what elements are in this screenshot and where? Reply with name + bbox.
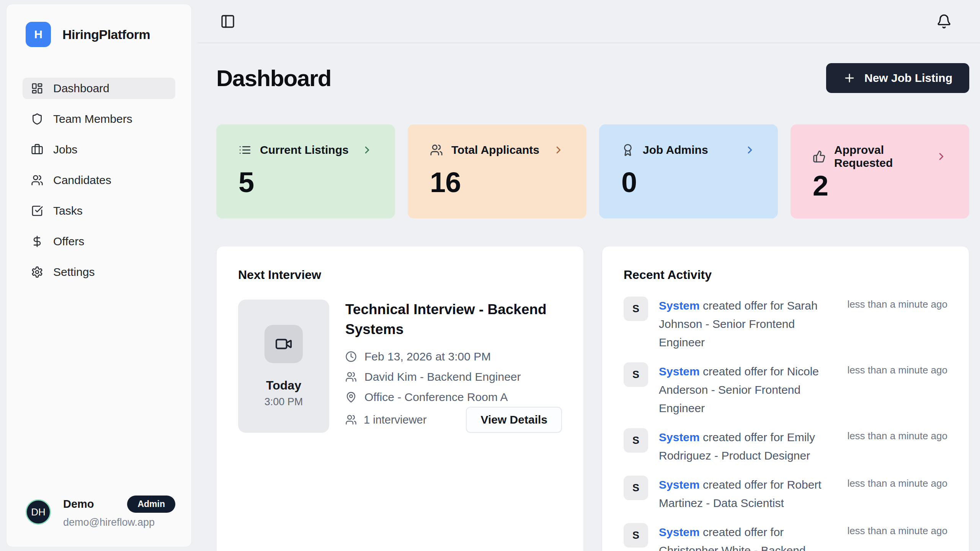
sidebar-item-team-members[interactable]: Team Members [23, 108, 175, 130]
page-title: Dashboard [216, 65, 331, 91]
activity-actor-link[interactable]: System [659, 299, 700, 312]
brand: H HiringPlatform [7, 4, 191, 47]
activity-timestamp: less than a minute ago [838, 297, 947, 310]
user-name: Demo [63, 498, 94, 510]
brand-logo: H [26, 22, 51, 47]
activity-list-item: S System created offer for Robert Martin… [624, 476, 947, 512]
users-icon [31, 174, 43, 186]
user-role-badge: Admin [127, 496, 175, 513]
shield-icon [31, 113, 43, 125]
sidebar: H HiringPlatform Dashboard Team Members … [6, 4, 192, 547]
user-email: demo@hireflow.app [63, 517, 175, 528]
map-pin-icon [345, 391, 357, 403]
sidebar-item-label: Settings [53, 266, 95, 279]
stat-card-total-applicants[interactable]: Total Applicants 16 [408, 124, 586, 218]
user-info: Demo Admin demo@hireflow.app [63, 496, 175, 528]
users-icon [430, 143, 443, 156]
topbar [197, 0, 980, 43]
activity-timestamp: less than a minute ago [838, 523, 947, 537]
activity-text: System created offer for Sarah Johnson -… [659, 297, 838, 352]
activity-actor-link[interactable]: System [659, 431, 700, 443]
users-icon [345, 414, 357, 425]
sidebar-item-tasks[interactable]: Tasks [23, 200, 175, 222]
stat-value: 16 [430, 166, 564, 199]
chevron-right-icon [936, 151, 947, 162]
sidebar-user[interactable]: DH Demo Admin demo@hireflow.app [7, 496, 191, 547]
activity-list-item: S System created offer for Nicole Anders… [624, 362, 947, 417]
recent-activity-panel: Recent Activity S System created offer f… [602, 246, 969, 551]
check-square-icon [31, 205, 43, 217]
activity-timestamp: less than a minute ago [838, 362, 947, 376]
interview-datetime: Feb 13, 2026 at 3:00 PM [364, 350, 491, 363]
activity-avatar: S [624, 297, 648, 321]
thumbs-up-icon [813, 150, 826, 163]
dollar-icon [31, 235, 43, 248]
sidebar-item-settings[interactable]: Settings [23, 261, 175, 283]
stat-label: Total Applicants [451, 143, 539, 156]
interview-candidate: David Kim - Backend Engineer [364, 370, 521, 383]
activity-list: S System created offer for Sarah Johnson… [624, 297, 947, 551]
sidebar-nav: Dashboard Team Members Jobs Candidates T… [7, 78, 191, 283]
stat-label: Current Listings [260, 143, 349, 156]
activity-actor-link[interactable]: System [659, 365, 700, 378]
sidebar-item-label: Team Members [53, 112, 132, 126]
activity-avatar: S [624, 428, 648, 453]
activity-timestamp: less than a minute ago [838, 428, 947, 442]
stat-value: 0 [621, 166, 756, 199]
stat-card-current-listings[interactable]: Current Listings 5 [216, 124, 395, 218]
avatar-initials: DH [31, 506, 46, 518]
clock-icon [345, 351, 357, 362]
recent-activity-heading: Recent Activity [624, 268, 947, 282]
briefcase-icon [31, 143, 43, 156]
users-icon [345, 371, 357, 383]
new-job-listing-label: New Job Listing [864, 72, 952, 85]
bell-icon [936, 14, 952, 29]
new-job-listing-button[interactable]: New Job Listing [826, 63, 969, 93]
plus-icon [843, 72, 856, 85]
sidebar-item-label: Offers [53, 235, 84, 248]
next-interview-panel: Next Interview Today 3:00 PM Technical I… [216, 246, 584, 551]
notifications-button[interactable] [936, 14, 952, 29]
stat-card-approval-requested[interactable]: Approval Requested 2 [791, 124, 969, 218]
activity-timestamp: less than a minute ago [838, 476, 947, 489]
brand-name: HiringPlatform [62, 27, 150, 42]
sidebar-item-dashboard[interactable]: Dashboard [23, 78, 175, 99]
activity-avatar: S [624, 362, 648, 387]
activity-list-item: S System created offer for Christopher W… [624, 523, 947, 551]
sidebar-item-jobs[interactable]: Jobs [23, 139, 175, 160]
avatar: DH [26, 499, 51, 525]
activity-text: System created offer for Emily Rodriguez… [659, 428, 838, 465]
interviewer-count: 1 interviewer [364, 414, 426, 426]
activity-actor-link[interactable]: System [659, 526, 700, 538]
activity-list-item: S System created offer for Sarah Johnson… [624, 297, 947, 352]
list-icon [238, 143, 252, 156]
activity-text: System created offer for Robert Martinez… [659, 476, 838, 512]
activity-actor-link[interactable]: System [659, 478, 700, 491]
stat-label: Job Admins [643, 143, 708, 156]
sidebar-toggle-button[interactable] [220, 14, 235, 29]
next-interview-heading: Next Interview [238, 268, 562, 282]
activity-avatar: S [624, 476, 648, 500]
chevron-right-icon [553, 144, 564, 156]
sidebar-item-label: Tasks [53, 204, 83, 217]
sidebar-item-offers[interactable]: Offers [23, 231, 175, 252]
layout-dashboard-icon [31, 82, 43, 95]
activity-avatar: S [624, 523, 648, 548]
stat-card-job-admins[interactable]: Job Admins 0 [599, 124, 778, 218]
interview-date-tile: Today 3:00 PM [238, 300, 329, 433]
interview-time: 3:00 PM [265, 396, 303, 408]
sidebar-item-candidates[interactable]: Candidates [23, 170, 175, 191]
view-details-button[interactable]: View Details [466, 407, 562, 433]
sidebar-item-label: Candidates [53, 174, 111, 187]
video-camera-icon [265, 325, 303, 363]
interview-location: Office - Conference Room A [364, 391, 508, 404]
activity-text: System created offer for Christopher Whi… [659, 523, 838, 551]
panel-left-icon [220, 14, 235, 29]
chevron-right-icon [744, 144, 756, 156]
activity-text: System created offer for Nicole Anderson… [659, 362, 838, 417]
content: Dashboard New Job Listing Current Listin… [197, 43, 980, 551]
interview-title: Technical Interview - Backend Systems [345, 300, 562, 339]
sidebar-item-label: Dashboard [53, 82, 109, 95]
sidebar-item-label: Jobs [53, 143, 77, 156]
stat-value: 2 [813, 170, 947, 202]
